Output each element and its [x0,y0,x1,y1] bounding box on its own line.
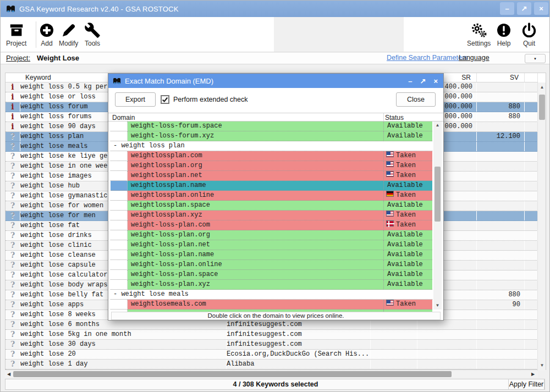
keyword-row[interactable]: ?weight lose 1 dayAlibaba [6,360,538,369]
help-icon [496,22,512,38]
toolbar-spacer [274,17,404,52]
question-icon: ? [6,270,20,280]
language-dropdown[interactable]: ▼ [525,54,546,63]
emd-domain-row[interactable]: weight-loss-forum.xyzAvailable [111,131,432,141]
question-icon: ? [6,320,20,329]
question-icon: ? [6,300,20,310]
emd-domain-row[interactable]: weight-loss-forum.spaceAvailable [111,122,432,131]
maximize-button[interactable]: ↗ [517,2,531,15]
export-button[interactable]: Export [115,92,156,107]
emd-dialog-titlebar[interactable]: Exact Match Domain (EMD) – ↗ × [108,74,443,88]
domain-cell: weight-loss-forum.xyz [128,131,383,141]
status-text: Taken [396,172,416,179]
emd-domain-row[interactable]: weightlossplan.orgTaken [111,161,432,171]
apply-filter-button[interactable]: Apply Filter [508,379,544,390]
scroll-down-icon[interactable]: ▼ [433,302,442,310]
status-text: Taken [396,300,416,308]
scroll-left-icon[interactable]: ◀ [5,371,13,378]
scroll-up-icon[interactable]: ▲ [433,122,442,129]
emd-domain-row[interactable]: weightlossplan.netTaken [111,171,432,181]
tools-button[interactable]: Tools [83,20,102,49]
emd-group-row[interactable]: - weight lose meals [111,290,432,300]
minimize-button[interactable]: – [500,2,514,15]
project-button[interactable]: Project [5,20,28,49]
sr-cell [417,320,477,329]
emd-domain-row[interactable]: weightlosemeals.comTaken [111,300,432,310]
keyword-row[interactable]: ?weight lose 30 daysinfinitesuggest.com [6,340,538,350]
dialog-close-icon[interactable]: × [433,77,438,85]
emd-domain-row[interactable]: weight-loss-plan.orgAvailable [111,230,432,240]
emd-group-row[interactable]: - weight loss plan [111,141,432,151]
define-search-parameters-link[interactable]: Define Search Parameters [387,54,468,62]
indent-cell [111,260,128,270]
status-text: Taken [396,191,416,199]
toolbar-button-label: Quit [523,40,535,47]
status-cell: Available [383,201,432,211]
dialog-minimize-button[interactable]: – [408,77,412,85]
emd-vertical-scrollbar[interactable]: ▲ ▼ [433,122,442,310]
indent-cell [111,280,128,290]
emd-domain-row[interactable]: weightlossplan.xyzTaken [111,211,432,220]
extended-check-checkbox[interactable] [161,95,169,104]
sv-cell [477,162,525,171]
scroll-down-icon[interactable]: ▼ [538,362,546,369]
scrollbar-thumb[interactable] [13,371,452,377]
gears-icon [471,22,487,38]
scroll-right-icon[interactable]: ▶ [529,371,537,378]
emd-domain-row[interactable]: weight-loss-plan.spaceAvailable [111,270,432,280]
source-cell: infinitesuggest.com [227,320,371,329]
emd-domain-row[interactable]: weight-loss-plan.netAvailable [111,240,432,250]
keyword-horizontal-scrollbar[interactable]: ◀ ▶ [5,371,538,378]
extended-check-label: Perform extended check [173,96,248,103]
status-text: Available [385,251,423,258]
emd-domain-row[interactable]: weight-loss-plan.xyzAvailable [111,280,432,290]
source-cell: infinitesuggest.com [227,330,371,339]
filler-cell [525,112,538,122]
source-cell: infinitesuggest.com [227,340,371,349]
status-cell: Available [383,280,432,290]
status-cell: Available [383,131,432,141]
modify-button[interactable]: Modify [58,20,79,49]
project-link[interactable]: Project: [6,54,30,62]
toolbar-button-label: Tools [85,40,100,47]
help-button[interactable]: Help [494,20,513,49]
quit-button[interactable]: Quit [520,20,538,49]
question-icon: ? [6,191,20,201]
scrollbar-thumb[interactable] [539,95,545,120]
sv-cell [477,280,525,290]
toolbar-button-label: Modify [59,40,78,47]
question-icon: ? [6,350,20,359]
emd-domain-row[interactable]: weight-loss-plan.comTaken [111,220,432,230]
emd-domain-row[interactable]: weight-loss-plan.nameAvailable [111,250,432,260]
emd-domain-row[interactable]: weightlossplan.spaceAvailable [111,201,432,211]
emd-domain-row[interactable]: weightlossplan.comTaken [111,151,432,161]
question-icon: ? [6,241,20,250]
emd-domain-row[interactable]: weight-loss-plan.onlineAvailable [111,260,432,270]
emd-domain-row[interactable]: weightlossplan.nameAvailable [111,181,432,191]
scroll-up-icon[interactable]: ▲ [538,84,546,91]
column-header-status[interactable]: Status [385,114,404,122]
dialog-maximize-button[interactable]: ↗ [420,77,426,85]
question-icon: ? [6,221,20,230]
scrollbar-thumb[interactable] [435,167,441,222]
keyword-row[interactable]: ?weight lose 6 monthsinfinitesuggest.com [6,320,538,330]
add-button[interactable]: Add [37,20,56,49]
column-header-domain[interactable]: Domain [112,114,135,122]
keyword-row[interactable]: ?weight lose 20Ecosia.org,DuckDuckGo (Se… [6,350,538,360]
filler-cell [525,122,538,131]
keyword-vertical-scrollbar[interactable]: ▲ ▼ [537,82,546,371]
keyword-cell: weight lose 5kg in one month [20,330,227,339]
language-link[interactable]: Language [459,54,490,62]
question-icon: ? [6,261,20,270]
us-flag-icon [386,151,394,157]
filler-cell [525,142,538,151]
column-header-sv[interactable]: SV [477,73,525,82]
dialog-close-button[interactable]: Close [396,92,436,107]
status-text: Available [385,132,423,140]
emd-domain-row[interactable]: weightlossplan.onlineTaken [111,191,432,201]
sv-cell [477,231,525,240]
keyword-row[interactable]: ?weight lose 5kg in one monthinfinitesug… [6,330,538,340]
settings-button[interactable]: Settings [466,20,492,49]
close-button[interactable]: × [534,2,548,15]
status-text: Taken [396,162,416,169]
